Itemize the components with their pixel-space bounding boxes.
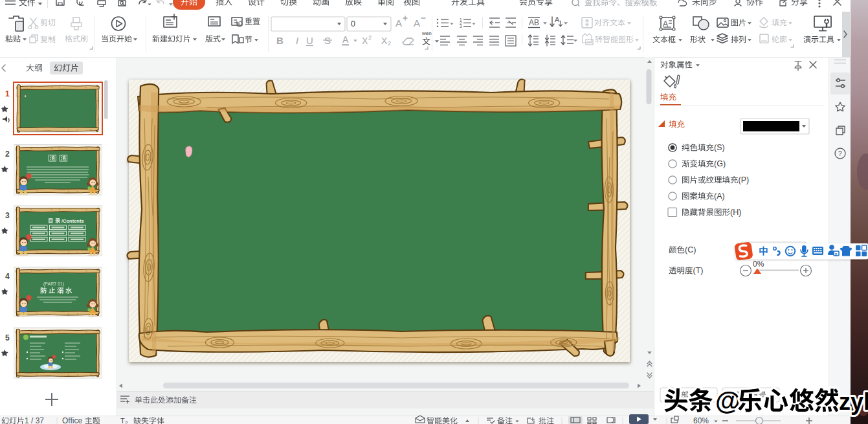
svg-text:(G): (G)	[714, 159, 726, 168]
svg-text:Office: Office	[62, 416, 82, 424]
svg-text:2: 2	[368, 34, 372, 41]
svg-text:5: 5	[5, 333, 10, 342]
svg-text:60%: 60%	[693, 416, 709, 424]
svg-text:A: A	[414, 17, 420, 28]
svg-text:4: 4	[5, 272, 10, 281]
svg-text:X: X	[362, 36, 368, 46]
svg-text:I: I	[296, 35, 298, 46]
svg-text:A: A	[342, 34, 349, 45]
svg-text:(PART 01): (PART 01)	[43, 282, 64, 287]
svg-text:/Contents: /Contents	[61, 218, 84, 224]
svg-text:@: @	[715, 386, 740, 415]
svg-text:wén: wén	[421, 30, 432, 36]
svg-text:(S): (S)	[714, 143, 725, 152]
svg-text:(H): (H)	[730, 208, 741, 217]
svg-text:1 / 37: 1 / 37	[25, 416, 44, 424]
svg-text:0%: 0%	[753, 260, 764, 269]
svg-text:zyl: zyl	[839, 388, 868, 415]
svg-text:2: 2	[125, 420, 128, 424]
svg-text:A: A	[395, 17, 402, 28]
svg-text:AB: AB	[529, 18, 539, 27]
svg-text:0: 0	[351, 19, 355, 28]
svg-text:?: ?	[838, 150, 842, 157]
svg-text:3: 3	[5, 211, 10, 220]
svg-text:X: X	[381, 36, 388, 46]
svg-text:(C): (C)	[685, 245, 696, 254]
svg-text:U: U	[306, 35, 313, 46]
svg-text:A: A	[555, 16, 560, 23]
svg-text:2: 2	[388, 40, 391, 47]
svg-text:B: B	[276, 35, 284, 46]
svg-text:(T): (T)	[693, 266, 704, 275]
svg-text:(A): (A)	[714, 192, 725, 201]
svg-text:(P): (P)	[739, 175, 750, 184]
svg-text:2: 2	[5, 150, 10, 159]
svg-text:1: 1	[5, 89, 10, 98]
svg-text:T: T	[120, 417, 125, 424]
svg-text:3: 3	[460, 24, 462, 28]
svg-text:s: s	[835, 252, 838, 256]
